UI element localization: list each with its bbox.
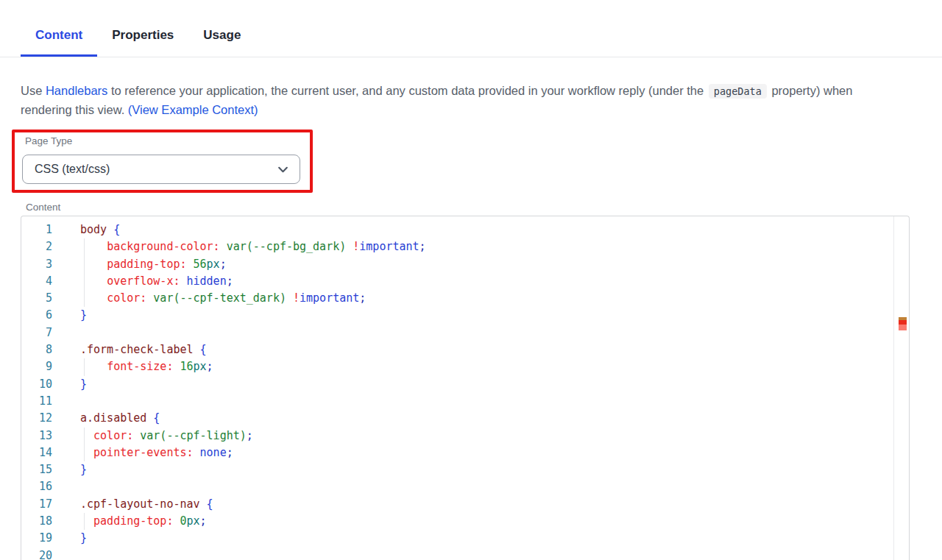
code-line[interactable]: 5 color: var(--cpf-text_dark) !important… (21, 290, 909, 307)
line-number: 16 (21, 478, 80, 495)
code-text: } (80, 530, 87, 547)
line-number: 1 (21, 221, 80, 238)
indent-guide (84, 358, 85, 375)
indent-guide (84, 444, 85, 461)
tab-content[interactable]: Content (21, 19, 97, 57)
code-text: } (80, 376, 87, 393)
code-lines: 1body {2 background-color: var(--cpf-bg_… (21, 216, 909, 560)
line-number: 7 (21, 325, 80, 341)
code-line[interactable]: 8.form-check-label { (21, 341, 909, 358)
line-number: 19 (21, 530, 80, 547)
line-number: 14 (21, 444, 80, 461)
code-text: font-size: 16px; (80, 358, 213, 375)
code-text: color: var(--cpf-light); (80, 428, 253, 444)
code-line[interactable]: 2 background-color: var(--cpf-bg_dark) !… (21, 238, 909, 255)
indent-guide (84, 290, 85, 307)
code-line[interactable]: 7 (21, 325, 909, 341)
code-line[interactable]: 14 pointer-events: none; (21, 444, 909, 461)
line-number: 12 (21, 410, 80, 427)
code-line[interactable]: 3 padding-top: 56px; (21, 256, 909, 273)
code-text: } (80, 461, 87, 478)
code-line[interactable]: 15} (21, 461, 909, 478)
line-number: 20 (21, 547, 80, 560)
scrollbar-track-divider (893, 216, 894, 560)
code-line[interactable]: 17.cpf-layout-no-nav { (21, 496, 909, 513)
line-number: 5 (21, 290, 80, 307)
line-number: 8 (21, 341, 80, 358)
code-line[interactable]: 9 font-size: 16px; (21, 358, 909, 375)
code-line[interactable]: 12a.disabled { (21, 410, 909, 427)
description: Use Handlebars to reference your applica… (21, 82, 901, 118)
code-line[interactable]: 4 overflow-x: hidden; (21, 273, 909, 290)
code-line[interactable]: 6} (21, 307, 909, 324)
page-type-select[interactable]: CSS (text/css) (22, 155, 300, 184)
code-line[interactable]: 16 (21, 478, 909, 495)
code-text: } (80, 307, 87, 324)
page: Content Properties Usage Use Handlebars … (0, 0, 942, 560)
description-link[interactable]: (View Example Context) (128, 103, 258, 116)
code-line[interactable]: 20 (21, 547, 909, 560)
code-line[interactable]: 13 color: var(--cpf-light); (21, 428, 909, 444)
line-number: 2 (21, 238, 80, 255)
line-number: 3 (21, 256, 80, 273)
chevron-down-icon (277, 163, 289, 176)
line-number: 10 (21, 376, 80, 393)
indent-guide (84, 238, 85, 255)
indent-guide (84, 273, 85, 290)
tab-bar: Content Properties Usage (0, 19, 942, 57)
line-number: 18 (21, 513, 80, 530)
code-editor[interactable]: 1body {2 background-color: var(--cpf-bg_… (21, 216, 910, 560)
line-number: 9 (21, 358, 80, 375)
tab-usage[interactable]: Usage (203, 19, 241, 57)
code-line[interactable]: 11 (21, 393, 909, 410)
page-type-label: Page Type (25, 135, 72, 146)
code-text: background-color: var(--cpf-bg_dark) !im… (80, 238, 426, 255)
code-text: body { (80, 221, 120, 238)
indent-guide (84, 513, 85, 530)
description-text: to reference your application, the curre… (107, 84, 706, 97)
code-text: .cpf-layout-no-nav { (80, 496, 213, 513)
code-text: .form-check-label { (80, 341, 207, 358)
scroll-annotation-marker (899, 317, 907, 330)
code-text: padding-top: 56px; (80, 256, 227, 273)
indent-guide (84, 256, 85, 273)
line-number: 11 (21, 393, 80, 410)
line-number: 15 (21, 461, 80, 478)
page-type-value: CSS (text/css) (35, 163, 110, 176)
line-number: 17 (21, 496, 80, 513)
code-text: padding-top: 0px; (80, 513, 207, 530)
code-text: overflow-x: hidden; (80, 273, 233, 290)
line-number: 4 (21, 273, 80, 290)
code-line[interactable]: 19} (21, 530, 909, 547)
description-link[interactable]: Handlebars (46, 84, 107, 97)
code-line[interactable]: 10} (21, 376, 909, 393)
content-label: Content (26, 202, 60, 213)
code-line[interactable]: 18 padding-top: 0px; (21, 513, 909, 530)
code-text: color: var(--cpf-text_dark) !important; (80, 290, 366, 307)
code-text: a.disabled { (80, 410, 160, 427)
line-number: 6 (21, 307, 80, 324)
inline-code-badge: pageData (709, 84, 767, 99)
code-line[interactable]: 1body { (21, 221, 909, 238)
indent-guide (84, 428, 85, 444)
line-number: 13 (21, 428, 80, 444)
description-text: Use (21, 84, 46, 97)
code-text: pointer-events: none; (80, 444, 233, 461)
tab-properties[interactable]: Properties (112, 19, 174, 57)
